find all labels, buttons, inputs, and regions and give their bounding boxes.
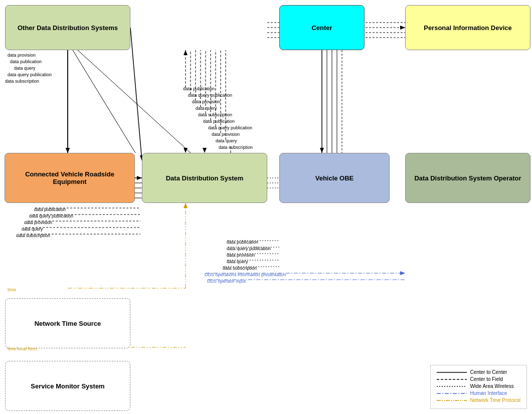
flow-label-query-pub-1: data query publication — [8, 72, 52, 77]
flow-label-pub-center: data publication — [183, 86, 215, 91]
flow-label-qpub-obe: data query publication — [227, 246, 271, 251]
personal-info-device-node: Personal Information Device — [405, 5, 530, 50]
legend-label-hi: Human Interface — [470, 390, 507, 396]
center-label: Center — [311, 24, 332, 32]
service-monitor-label: Service Monitor System — [31, 382, 104, 390]
flow-label-dds-input: DDS operator input — [207, 279, 246, 284]
connected-vehicle-label: Connected Vehicle Roadside Equipment — [9, 170, 130, 185]
svg-marker-46 — [66, 148, 70, 153]
flow-label-time: time — [8, 287, 16, 292]
flow-label-prov-cv: data provision — [24, 220, 52, 225]
data-dist-system-node: Data Distribution System — [142, 153, 267, 203]
flow-label-qpub-center: data query publication — [188, 93, 232, 98]
flow-label-q2-center: data query — [216, 138, 237, 143]
flow-label-provision-1: data provision — [8, 53, 36, 58]
flow-label-subscription-1: data subscription — [5, 79, 39, 84]
flow-label-publication-1: data publication — [10, 59, 42, 64]
legend-label-c2c: Center to Center — [470, 369, 507, 375]
flow-label-query-1: data query — [14, 66, 36, 71]
flow-label-prov-obe: data provision — [227, 253, 255, 258]
connected-vehicle-node: Connected Vehicle Roadside Equipment — [5, 153, 135, 203]
svg-marker-53 — [320, 148, 324, 153]
other-dds-label: Other Data Distribution Systems — [18, 24, 118, 32]
flow-label-pub-obe: data publication — [227, 240, 258, 245]
legend-row-c2c: Center to Center — [437, 369, 520, 375]
svg-marker-21 — [137, 176, 142, 180]
flow-label-sub2-center: data subscription — [219, 145, 253, 150]
network-time-label: Network Time Source — [35, 320, 101, 327]
svg-line-51 — [78, 50, 191, 153]
network-time-node: Network Time Source — [5, 298, 130, 348]
legend-label-ntp: Network Time Protocol — [470, 397, 520, 403]
personal-info-device-label: Personal Information Device — [424, 24, 512, 32]
service-monitor-node: Service Monitor System — [5, 361, 130, 411]
data-dist-system-label: Data Distribution System — [166, 174, 244, 182]
svg-marker-14 — [400, 26, 405, 30]
svg-marker-3 — [184, 50, 188, 55]
dds-operator-node: Data Distribution System Operator — [405, 153, 530, 203]
flow-label-prov2-center: data provision — [212, 132, 240, 137]
flow-label-prov-center: data provision — [192, 99, 220, 104]
flow-label-sub-center: data subscription — [198, 112, 232, 117]
svg-marker-1 — [66, 148, 70, 153]
legend-row-ntp: Network Time Protocol — [437, 397, 520, 403]
flow-label-pub2-center: data publication — [203, 119, 235, 124]
svg-line-50 — [73, 50, 135, 153]
legend-label-c2f: Center to Field — [470, 376, 503, 382]
svg-marker-48 — [203, 148, 207, 153]
flow-label-sub-obe: data subscription — [223, 266, 257, 271]
legend-label-waw: Wide Area Wireless — [470, 383, 513, 389]
other-dds-node: Other Data Distribution Systems — [5, 5, 130, 50]
flow-label-time-local: time local form — [8, 346, 37, 351]
flow-label-sub-cv: data subscription — [16, 233, 50, 238]
legend-row-c2f: Center to Field — [437, 376, 520, 382]
flow-label-q-cv: data query — [22, 227, 43, 232]
svg-line-18 — [130, 28, 142, 160]
flow-label-qpub2-center: data query publication — [208, 125, 252, 130]
svg-marker-41 — [400, 271, 405, 275]
vehicle-obe-label: Vehicle OBE — [315, 174, 354, 182]
svg-marker-47 — [184, 148, 188, 153]
center-node: Center — [279, 5, 365, 50]
svg-marker-44 — [184, 203, 188, 208]
legend-row-waw: Wide Area Wireless — [437, 383, 520, 389]
legend: Center to Center Center to Field Wide Ar… — [430, 365, 527, 409]
legend-row-hi: Human Interface — [437, 390, 520, 396]
dds-operator-label: Data Distribution System Operator — [414, 174, 521, 182]
flow-label-pub-cv: data publication — [34, 207, 66, 212]
flow-label-q-obe: data query — [227, 259, 248, 264]
flow-label-dds-ops: DDS operations information presentation — [205, 272, 286, 277]
flow-label-q-center: data query — [196, 106, 217, 111]
flow-label-qpub-cv: data query publication — [29, 214, 73, 219]
vehicle-obe-node: Vehicle OBE — [279, 153, 390, 203]
